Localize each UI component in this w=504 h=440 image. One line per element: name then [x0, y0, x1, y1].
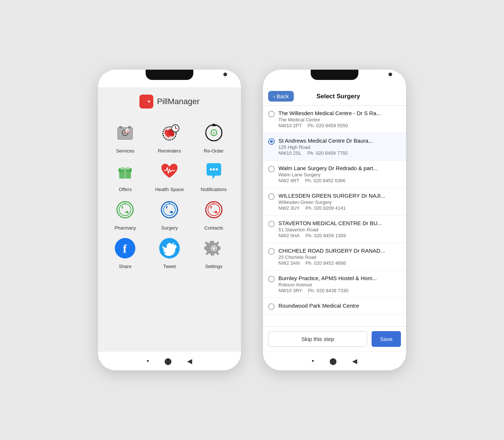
surgery-name-willesdengreen: WILLESDEN GREEN SURGERY Dr NAJI...: [278, 192, 401, 199]
svg-rect-25: [124, 168, 126, 179]
surgery-name-willesden: The Willesden Medical Centre - Dr S Ra..…: [278, 110, 401, 116]
surgery-item-staverton[interactable]: STAVERTON MEDICAL CENTRE Dr BU... 51 Sta…: [263, 216, 406, 243]
surgery-radio-willesden[interactable]: [268, 111, 275, 117]
svg-text:+: +: [148, 101, 150, 103]
surgery-item-willesden[interactable]: The Willesden Medical Centre - Dr S Ra..…: [263, 106, 406, 133]
svg-rect-7: [128, 126, 131, 128]
nav-circle-left[interactable]: ⬤: [164, 357, 172, 365]
app-logo-icon: +: [139, 95, 153, 109]
surgery-detail-walmlane: NW2 4RT Ph. 020 8452 0366: [278, 178, 401, 183]
services-label: Services: [116, 148, 134, 154]
surgery-name-roundwood: Roundwood Park Medical Centre: [278, 302, 401, 309]
grid-item-surgery[interactable]: + Surgery: [150, 197, 190, 231]
pharmacy-label: Pharmacy: [114, 225, 136, 231]
surgery-radio-burnley[interactable]: [268, 276, 275, 282]
grid-item-contacts[interactable]: + Contacts: [194, 197, 234, 231]
nav-bar-left: ▪ ⬤ ◀: [98, 351, 241, 370]
surgery-phone-burnley: Ph. 020 8438 7330: [308, 288, 348, 293]
surgery-phone-willesden: Ph. 020 8459 5550: [308, 123, 348, 128]
surgery-radio-standrews[interactable]: [268, 138, 275, 145]
left-phone: + PillManager +: [98, 70, 241, 370]
surgery-sub-walmlane: Walm Lane Surgery: [278, 172, 401, 177]
surgery-item-standrews[interactable]: St Andrews Medical Centre Dr Baura... 12…: [263, 133, 406, 161]
nav-circle-right[interactable]: ⬤: [329, 357, 337, 365]
surgery-phone-staverton: Ph. 020 8459 1359: [306, 233, 346, 238]
svg-text:+: +: [212, 130, 215, 136]
surgery-sub-chichele: 25 Chichele Road: [278, 254, 401, 260]
surgery-radio-walmlane[interactable]: [268, 166, 275, 172]
nav-back-left[interactable]: ◀: [187, 357, 192, 365]
grid-item-reorder[interactable]: + Re-Order: [194, 120, 234, 154]
grid-item-pharmacy[interactable]: + Pharmacy: [105, 197, 145, 231]
app-name: PillManager: [157, 97, 200, 106]
contacts-label: Contacts: [204, 225, 223, 231]
camera-right: [388, 73, 392, 76]
surgery-list[interactable]: The Willesden Medical Centre - Dr S Ra..…: [263, 106, 406, 326]
surgery-footer: Skip this step Save: [263, 326, 406, 351]
surgery-radio-chichele[interactable]: [268, 248, 275, 255]
nav-square-right[interactable]: ▪: [312, 357, 314, 365]
surgery-postcode-standrews: NW10 2SL: [278, 150, 302, 156]
grid-item-tweet[interactable]: Tweet: [150, 235, 190, 269]
surgery-label: Surgery: [161, 225, 178, 231]
reminders-label: Reminders: [158, 148, 181, 154]
surgery-item-walmlane[interactable]: Walm Lane Surgery Dr Redrado & part... W…: [263, 161, 406, 188]
back-label: Back: [277, 93, 289, 99]
surgery-item-chichele[interactable]: CHICHELE ROAD SURGERY Dr RANAD... 25 Chi…: [263, 243, 406, 271]
surgery-phone-chichele: Ph. 020 8452 4666: [306, 260, 346, 266]
grid-item-healthspace[interactable]: Health Space: [150, 158, 190, 192]
svg-text:+: +: [124, 201, 126, 206]
surgery-postcode-burnley: NW10 3RY: [278, 288, 302, 293]
surgery-radio-roundwood[interactable]: [268, 303, 275, 310]
pill-manager-screen: + PillManager +: [98, 87, 241, 351]
surgery-postcode-walmlane: NW2 4RT: [278, 178, 299, 183]
surgery-item-roundwood[interactable]: Roundwood Park Medical Centre: [263, 298, 406, 314]
grid-item-notifications[interactable]: Notifications: [194, 158, 234, 192]
back-chevron: ‹: [273, 93, 275, 99]
surgery-radio-staverton[interactable]: [268, 221, 275, 227]
pill-app-content: + PillManager +: [98, 87, 241, 351]
surgery-postcode-staverton: NW2 5HA: [278, 233, 300, 238]
svg-rect-6: [119, 126, 122, 128]
surgery-header: ‹ Back Select Surgery: [263, 87, 406, 106]
nav-bar-right: ▪ ⬤ ◀: [263, 351, 406, 370]
save-button[interactable]: Save: [372, 331, 401, 347]
healthspace-icon: [156, 158, 183, 184]
surgery-detail-standrews: NW10 2SL Ph. 020 8459 7755: [278, 150, 401, 156]
surgery-sub-burnley: Robson Avenue: [278, 282, 401, 287]
surgery-icon: +: [156, 197, 183, 223]
surgery-radio-willesdengreen[interactable]: [268, 193, 275, 200]
grid-item-services[interactable]: + Rx Services: [105, 120, 145, 154]
right-phone: ‹ Back Select Surgery The Willesden Medi…: [263, 70, 406, 370]
nav-back-right[interactable]: ◀: [352, 357, 357, 365]
app-logo: + PillManager: [139, 95, 200, 109]
reminders-icon: [156, 120, 183, 146]
settings-icon: [201, 235, 227, 261]
grid-item-offers[interactable]: Offers: [105, 158, 145, 192]
app-grid: + Rx Services: [105, 120, 234, 269]
nav-square-left[interactable]: ▪: [147, 357, 149, 365]
back-button[interactable]: ‹ Back: [268, 91, 294, 102]
grid-item-settings[interactable]: Settings: [194, 235, 234, 269]
grid-item-reminders[interactable]: Reminders: [150, 120, 190, 154]
notch-left: [146, 70, 193, 80]
svg-text:+: +: [168, 201, 171, 206]
notch-right: [311, 70, 358, 80]
offers-label: Offers: [119, 187, 132, 192]
skip-button[interactable]: Skip this step: [268, 331, 367, 347]
phone-top-left: [98, 70, 241, 87]
surgery-name-chichele: CHICHELE ROAD SURGERY Dr RANAD...: [278, 247, 401, 254]
surgery-item-willesdengreen[interactable]: WILLESDEN GREEN SURGERY Dr NAJI... Wille…: [263, 188, 406, 216]
surgery-postcode-willesdengreen: NW2 3UY: [278, 205, 300, 211]
grid-item-share[interactable]: f Share: [105, 235, 145, 269]
contacts-icon: +: [201, 197, 227, 223]
svg-text:+: +: [212, 201, 215, 206]
share-label: Share: [119, 264, 132, 269]
notifications-icon: [201, 158, 227, 184]
surgery-phone-standrews: Ph. 020 8459 7755: [307, 150, 348, 156]
surgery-name-staverton: STAVERTON MEDICAL CENTRE Dr BU...: [278, 220, 401, 226]
surgery-item-burnley[interactable]: Burnley Practice, APMS Hostel & Hom... R…: [263, 271, 406, 298]
notifications-label: Notifications: [201, 187, 227, 192]
pharmacy-icon: +: [112, 197, 138, 223]
svg-text:Rx: Rx: [126, 129, 130, 133]
